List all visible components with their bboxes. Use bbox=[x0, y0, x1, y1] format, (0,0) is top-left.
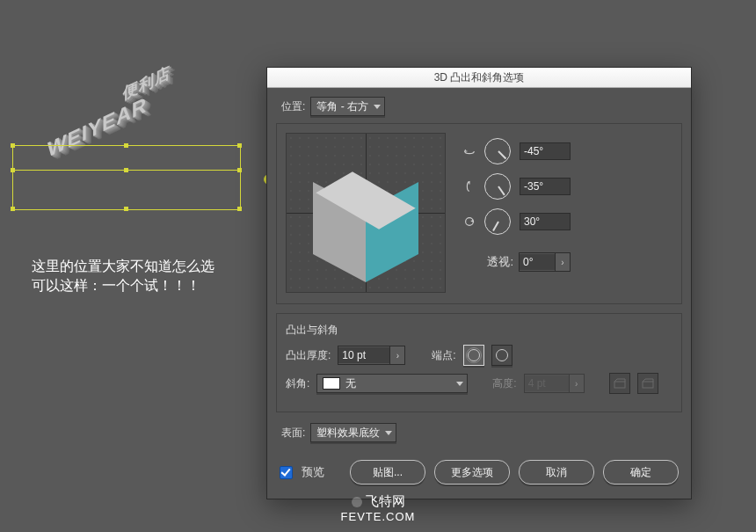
rotate-z-dial[interactable] bbox=[484, 208, 511, 235]
cap-on-button[interactable] bbox=[463, 345, 484, 366]
extrude-group-title: 凸出与斜角 bbox=[286, 323, 672, 338]
ok-button[interactable]: 确定 bbox=[603, 460, 679, 485]
iso-text-art: 便利店 WEIYEAR bbox=[47, 62, 171, 163]
rotate-y-input[interactable]: -35° bbox=[520, 178, 571, 195]
perspective-label: 透视: bbox=[487, 254, 513, 270]
map-art-button[interactable]: 贴图... bbox=[350, 460, 425, 485]
bevel-label: 斜角: bbox=[286, 376, 309, 391]
rotate-y-icon bbox=[463, 180, 476, 193]
rotate-z-icon bbox=[463, 215, 476, 228]
chevron-right-icon[interactable]: › bbox=[389, 346, 404, 364]
iso-text-line2: WEIYEAR bbox=[47, 81, 171, 163]
extrude-depth-input[interactable]: 10 pt bbox=[338, 347, 389, 363]
surface-select[interactable]: 塑料效果底纹 bbox=[310, 423, 396, 442]
rotation-trackball[interactable] bbox=[286, 133, 446, 293]
rotate-x-dial[interactable] bbox=[484, 138, 511, 164]
bevel-height-stepper: 4 pt › bbox=[524, 374, 585, 393]
rotate-x-icon bbox=[463, 145, 476, 157]
watermark-line2: FEVTE.COM bbox=[0, 510, 756, 525]
bevel-height-input: 4 pt bbox=[525, 375, 569, 391]
position-value: 等角 - 右方 bbox=[316, 99, 368, 114]
surface-value: 塑料效果底纹 bbox=[316, 426, 380, 441]
more-options-button[interactable]: 更多选项 bbox=[434, 460, 510, 485]
rotate-y-dial[interactable] bbox=[484, 173, 511, 200]
chevron-right-icon[interactable]: › bbox=[555, 253, 570, 271]
watermark: 飞特网 FEVTE.COM bbox=[0, 492, 756, 524]
extrude-depth-label: 凸出厚度: bbox=[286, 348, 331, 363]
canvas-3d-preview: 便利店 WEIYEAR bbox=[12, 106, 258, 211]
caption-line2: 可以这样：一个个试！！！ bbox=[32, 276, 260, 295]
cap-label: 端点: bbox=[432, 348, 455, 363]
watermark-dot-icon bbox=[352, 497, 362, 507]
surface-label: 表面: bbox=[281, 426, 305, 441]
dialog-title: 3D 凸出和斜角选项 bbox=[267, 68, 691, 88]
rotate-z-input[interactable]: 30° bbox=[520, 213, 571, 230]
chevron-right-icon: › bbox=[569, 375, 584, 392]
perspective-input[interactable]: 0° bbox=[520, 254, 555, 270]
selection-box-outer bbox=[12, 145, 241, 210]
watermark-line1: 飞特网 bbox=[366, 493, 405, 508]
bevel-out-button bbox=[637, 373, 658, 394]
rotate-x-input[interactable]: -45° bbox=[520, 142, 571, 160]
preview-label[interactable]: 预览 bbox=[302, 464, 324, 480]
chevron-down-icon bbox=[456, 382, 463, 386]
svg-rect-2 bbox=[643, 382, 653, 388]
cap-off-button[interactable] bbox=[491, 345, 512, 366]
bevel-in-button bbox=[609, 373, 630, 394]
position-select[interactable]: 等角 - 右方 bbox=[310, 97, 385, 116]
bevel-swatch-icon bbox=[323, 377, 340, 390]
height-label: 高度: bbox=[492, 376, 516, 391]
bevel-select[interactable]: 无 bbox=[316, 374, 468, 393]
instruction-caption: 这里的位置大家不知道怎么选 可以这样：一个个试！！！ bbox=[32, 257, 260, 296]
svg-rect-1 bbox=[614, 382, 625, 388]
extrude-bevel-dialog: 3D 凸出和斜角选项 位置: 等角 - 右方 bbox=[266, 67, 692, 499]
cancel-button[interactable]: 取消 bbox=[519, 460, 594, 485]
chevron-down-icon bbox=[385, 431, 392, 435]
perspective-stepper[interactable]: 0° › bbox=[519, 252, 571, 272]
caption-line1: 这里的位置大家不知道怎么选 bbox=[32, 257, 260, 276]
extrude-depth-stepper[interactable]: 10 pt › bbox=[338, 346, 405, 365]
chevron-down-icon bbox=[374, 105, 381, 109]
selection-box-inner bbox=[12, 170, 241, 210]
position-label: 位置: bbox=[281, 99, 305, 114]
preview-checkbox[interactable] bbox=[280, 466, 293, 479]
bevel-value: 无 bbox=[345, 376, 356, 391]
